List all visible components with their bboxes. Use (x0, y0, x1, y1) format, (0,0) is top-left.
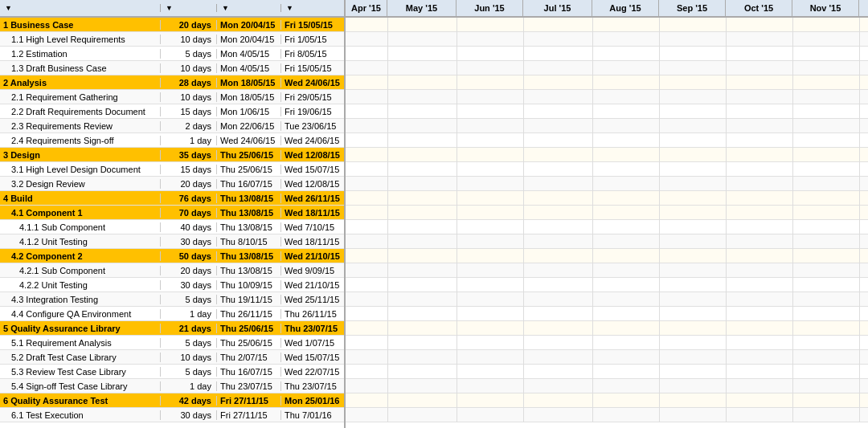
task-duration: 20 days (161, 266, 217, 275)
task-row[interactable]: 5.4 Sign-off Test Case Library 1 day Thu… (0, 379, 344, 393)
sort-icon-start[interactable]: ▼ (222, 4, 229, 12)
task-row[interactable]: 2.2 Draft Requirements Document 15 days … (0, 104, 344, 119)
task-row[interactable]: 1.1 High Level Requirements 10 days Mon … (0, 32, 344, 47)
task-finish: Wed 12/08/15 (281, 150, 346, 160)
task-row[interactable]: 2.1 Requirement Gathering 10 days Mon 18… (0, 90, 344, 104)
gantt-chart-row (346, 206, 868, 220)
task-duration: 1 day (161, 381, 217, 391)
task-duration: 30 days (161, 237, 217, 247)
task-name: 4.2 Component 2 (0, 251, 161, 261)
task-name: 4.4 Configure QA Environment (0, 309, 161, 319)
task-row[interactable]: 3.1 High Level Design Document 15 days T… (0, 162, 344, 177)
gantt-chart-row (346, 75, 868, 90)
task-finish: Wed 21/10/15 (281, 280, 346, 290)
task-duration: 20 days (161, 20, 217, 30)
task-duration: 70 days (161, 208, 217, 218)
gantt-chart: Apr '15May '15Jun '15Jul '15Aug '15Sep '… (346, 0, 868, 428)
task-row[interactable]: 4.2 Component 2 50 days Thu 13/08/15 Wed… (0, 249, 344, 263)
sort-icon-task[interactable]: ▼ (5, 4, 12, 12)
task-start: Thu 2/07/15 (217, 353, 281, 362)
task-duration: 1 day (161, 309, 217, 319)
task-row[interactable]: 4.1 Component 1 70 days Thu 13/08/15 Wed… (0, 206, 344, 220)
task-finish: Thu 23/07/15 (281, 381, 346, 391)
task-finish: Wed 15/07/15 (281, 353, 346, 362)
task-start: Thu 10/09/15 (217, 280, 281, 290)
col-header-start[interactable]: ▼ (217, 4, 281, 12)
task-duration: 10 days (161, 92, 217, 102)
task-row[interactable]: 4.3 Integration Testing 5 days Thu 19/11… (0, 292, 344, 307)
gantt-chart-row (346, 393, 868, 408)
task-finish: Wed 26/11/15 (281, 194, 346, 203)
task-start: Mon 22/06/15 (217, 121, 281, 131)
task-row[interactable]: 2.3 Requirements Review 2 days Mon 22/06… (0, 119, 344, 133)
task-row[interactable]: 5 Quality Assurance Library 21 days Thu … (0, 321, 344, 336)
task-finish: Wed 15/07/15 (281, 165, 346, 174)
task-row[interactable]: 4.4 Configure QA Environment 1 day Thu 2… (0, 307, 344, 321)
task-row[interactable]: 3.2 Design Review 20 days Thu 16/07/15 W… (0, 177, 344, 191)
col-header-finish[interactable]: ▼ (281, 4, 346, 12)
task-table: ▼ ▼ ▼ ▼ 1 Business Case 20 days Mon 20/0… (0, 0, 346, 428)
task-finish: Fri 19/06/15 (281, 107, 346, 116)
task-row[interactable]: 3 Design 35 days Thu 25/06/15 Wed 12/08/… (0, 148, 344, 162)
col-header-task[interactable]: ▼ (0, 4, 161, 12)
task-finish: Thu 7/01/16 (281, 410, 346, 420)
task-row[interactable]: 6 Quality Assurance Test 42 days Fri 27/… (0, 393, 344, 408)
task-duration: 5 days (161, 49, 217, 59)
task-finish: Wed 18/11/15 (281, 208, 346, 218)
task-row[interactable]: 1 Business Case 20 days Mon 20/04/15 Fri… (0, 18, 344, 32)
task-row[interactable]: 4 Build 76 days Thu 13/08/15 Wed 26/11/1… (0, 191, 344, 206)
month-header: Jun '15 (457, 0, 523, 16)
gantt-chart-row (346, 379, 868, 393)
task-name: 1.1 High Level Requirements (0, 35, 161, 44)
task-row[interactable]: 5.2 Draft Test Case Library 10 days Thu … (0, 350, 344, 365)
task-row[interactable]: 5.1 Requirement Analysis 5 days Thu 25/0… (0, 336, 344, 350)
task-row[interactable]: 2.4 Requirements Sign-off 1 day Wed 24/0… (0, 133, 344, 148)
task-start: Mon 18/05/15 (217, 92, 281, 102)
task-finish: Wed 9/09/15 (281, 266, 346, 275)
task-start: Thu 19/11/15 (217, 295, 281, 304)
task-row[interactable]: 4.2.1 Sub Component 20 days Thu 13/08/15… (0, 263, 344, 278)
gantt-chart-row (346, 408, 868, 422)
gantt-chart-row (346, 177, 868, 191)
task-start: Thu 16/07/15 (217, 179, 281, 189)
task-duration: 1 day (161, 136, 217, 145)
task-finish: Fri 15/05/15 (281, 20, 346, 30)
task-duration: 35 days (161, 150, 217, 160)
month-header: May '15 (387, 0, 457, 16)
gantt-chart-row (346, 365, 868, 379)
task-duration: 15 days (161, 107, 217, 116)
task-finish: Wed 7/10/15 (281, 222, 346, 232)
task-row[interactable]: 2 Analysis 28 days Mon 18/05/15 Wed 24/0… (0, 75, 344, 90)
sort-icon-finish[interactable]: ▼ (286, 4, 293, 12)
gantt-chart-row (346, 263, 868, 278)
task-row[interactable]: 4.1.1 Sub Component 40 days Thu 13/08/15… (0, 220, 344, 234)
task-start: Thu 23/07/15 (217, 381, 281, 391)
task-finish: Wed 24/06/15 (281, 78, 346, 88)
task-finish: Wed 21/10/15 (281, 251, 346, 261)
task-start: Thu 13/08/15 (217, 194, 281, 203)
gantt-chart-row (346, 90, 868, 104)
task-row[interactable]: 1.2 Estimation 5 days Mon 4/05/15 Fri 8/… (0, 47, 344, 61)
task-row[interactable]: 5.3 Review Test Case Library 5 days Thu … (0, 365, 344, 379)
task-name: 2 Analysis (0, 78, 161, 88)
gantt-chart-row (346, 234, 868, 249)
task-start: Thu 26/11/15 (217, 309, 281, 319)
col-header-duration[interactable]: ▼ (161, 4, 217, 12)
task-duration: 5 days (161, 367, 217, 377)
task-start: Mon 20/04/15 (217, 35, 281, 44)
gantt-chart-row (346, 249, 868, 263)
task-row[interactable]: 6.1 Test Execution 30 days Fri 27/11/15 … (0, 408, 344, 422)
task-finish: Fri 8/05/15 (281, 49, 346, 59)
task-row[interactable]: 1.3 Draft Business Case 10 days Mon 4/05… (0, 61, 344, 75)
task-name: 1.3 Draft Business Case (0, 63, 161, 73)
sort-icon-dur[interactable]: ▼ (166, 4, 173, 12)
gantt-chart-row (346, 191, 868, 206)
task-name: 6 Quality Assurance Test (0, 396, 161, 406)
task-row[interactable]: 4.2.2 Unit Testing 30 days Thu 10/09/15 … (0, 278, 344, 292)
task-duration: 10 days (161, 35, 217, 44)
task-duration: 5 days (161, 295, 217, 304)
task-finish: Wed 12/08/15 (281, 179, 346, 189)
task-start: Thu 16/07/15 (217, 367, 281, 377)
task-row[interactable]: 4.1.2 Unit Testing 30 days Thu 8/10/15 W… (0, 234, 344, 249)
task-duration: 30 days (161, 280, 217, 290)
